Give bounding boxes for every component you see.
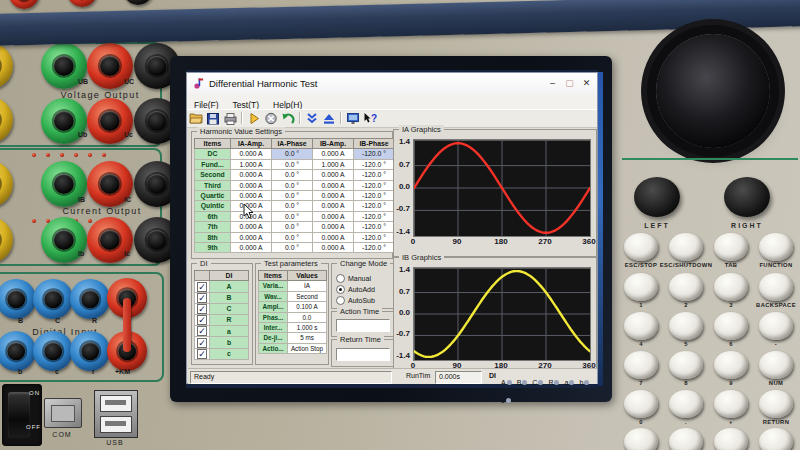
harmonic-item-cell[interactable]: 7th — [195, 222, 231, 232]
key-tab[interactable] — [714, 233, 748, 261]
harmonic-value-cell[interactable]: 0.0 ° — [272, 201, 313, 211]
harmonic-value-cell[interactable]: 0.0 ° — [272, 159, 313, 169]
key-.[interactable] — [669, 390, 703, 418]
tp-item-cell[interactable]: Actio... — [259, 343, 288, 353]
key-extra[interactable] — [624, 428, 658, 450]
key-6[interactable] — [714, 312, 748, 340]
tp-item-cell[interactable]: Ampl... — [259, 302, 288, 312]
harmonic-value-cell[interactable]: 0.0 ° — [272, 243, 313, 253]
key-3[interactable] — [714, 273, 748, 301]
tp-value-cell[interactable]: 1.000 s — [288, 323, 327, 333]
harmonic-value-cell[interactable]: 0.0 ° — [272, 170, 313, 180]
tp-value-cell[interactable]: Action Stop — [288, 343, 327, 353]
harmonic-item-cell[interactable]: Quartic — [195, 191, 231, 201]
top-edge-jack[interactable] — [9, 0, 39, 9]
di-checkbox-R[interactable]: ✓ — [197, 315, 207, 325]
harmonic-item-cell[interactable]: 6th — [195, 211, 231, 221]
harmonic-value-cell[interactable]: -120.0 ° — [354, 232, 395, 242]
key-extra[interactable] — [759, 428, 793, 450]
tp-value-cell[interactable]: 5 ms — [288, 333, 327, 343]
tp-item-cell[interactable]: Phas... — [259, 312, 288, 322]
harmonic-value-cell[interactable]: 1.000 A — [231, 159, 272, 169]
harmonic-value-cell[interactable]: 0.000 A — [313, 191, 354, 201]
di-check-cell[interactable]: ✓ — [195, 303, 210, 314]
harmonic-value-cell[interactable]: 0.000 A — [313, 211, 354, 221]
di-checkbox-C[interactable]: ✓ — [197, 304, 207, 314]
key-esc-stop[interactable] — [624, 233, 658, 261]
top-edge-jack[interactable] — [123, 0, 153, 5]
return-time-input[interactable] — [336, 348, 390, 361]
trackball[interactable] — [656, 34, 770, 148]
left-button[interactable] — [634, 177, 680, 217]
com-port[interactable] — [44, 398, 82, 428]
harmonic-value-cell[interactable]: 0.0 ° — [272, 149, 313, 159]
harmonic-value-cell[interactable]: 0.000 A — [231, 222, 272, 232]
test-parameters-table[interactable]: ItemsValuesVaria...IAWav...SecondAmpl...… — [258, 270, 327, 354]
key-5[interactable] — [669, 312, 703, 340]
harmonic-item-cell[interactable]: Second — [195, 170, 231, 180]
undo-icon[interactable] — [281, 111, 296, 124]
di-checkbox-a[interactable]: ✓ — [197, 326, 207, 336]
usb-port-top[interactable] — [100, 395, 132, 412]
key-7[interactable] — [624, 351, 658, 379]
di-check-cell[interactable]: ✓ — [195, 292, 210, 303]
harmonic-value-cell[interactable]: -120.0 ° — [354, 201, 395, 211]
harmonic-value-cell[interactable]: 0.000 A — [313, 222, 354, 232]
harmonic-value-cell[interactable]: 0.000 A — [313, 232, 354, 242]
monitor-icon[interactable] — [346, 111, 361, 124]
key-num[interactable] — [759, 351, 793, 379]
eject-icon[interactable] — [322, 111, 337, 124]
harmonic-value-cell[interactable]: 0.000 A — [313, 180, 354, 190]
harmonic-value-cell[interactable]: -120.0 ° — [354, 211, 395, 221]
tp-value-cell[interactable]: 0.100 A — [288, 302, 327, 312]
tp-item-cell[interactable]: Varia... — [259, 281, 288, 291]
key-4[interactable] — [624, 312, 658, 340]
tp-item-cell[interactable]: Wav... — [259, 291, 288, 301]
harmonic-value-cell[interactable]: 0.000 A — [231, 232, 272, 242]
harmonic-value-cell[interactable]: 0.000 A — [231, 191, 272, 201]
di-checkbox-B[interactable]: ✓ — [197, 293, 207, 303]
print-icon[interactable] — [223, 111, 238, 124]
harmonic-item-cell[interactable]: DC — [195, 149, 231, 159]
key-2[interactable] — [669, 273, 703, 301]
di-checkbox-b[interactable]: ✓ — [197, 338, 207, 348]
harmonic-value-cell[interactable]: 0.0 ° — [272, 232, 313, 242]
key-return[interactable] — [759, 390, 793, 418]
harmonic-value-cell[interactable]: -120.0 ° — [354, 222, 395, 232]
km-jumper[interactable] — [123, 298, 131, 352]
radio-option-manual[interactable]: Manual — [336, 269, 375, 280]
di-check-cell[interactable]: ✓ — [195, 315, 210, 326]
di-check-cell[interactable]: ✓ — [195, 348, 210, 359]
harmonic-value-cell[interactable]: 0.000 A — [231, 180, 272, 190]
tp-item-cell[interactable]: De-ji... — [259, 333, 288, 343]
key-0[interactable] — [624, 390, 658, 418]
key--[interactable] — [759, 312, 793, 340]
key-esc-shutdown[interactable] — [669, 233, 703, 261]
stop-icon[interactable] — [264, 111, 279, 124]
tp-value-cell[interactable]: 0.0 — [288, 312, 327, 322]
harmonic-value-cell[interactable]: -120.0 ° — [354, 191, 395, 201]
help-icon[interactable]: ? — [363, 111, 378, 124]
harmonic-value-cell[interactable]: 0.000 A — [313, 201, 354, 211]
harmonic-value-cell[interactable]: 0.0 ° — [272, 191, 313, 201]
action-time-input[interactable] — [336, 319, 390, 332]
key-backspace[interactable] — [759, 273, 793, 301]
usb-ports[interactable] — [94, 390, 138, 438]
harmonic-item-cell[interactable]: 9th — [195, 243, 231, 253]
key-extra[interactable] — [669, 428, 703, 450]
harmonic-value-cell[interactable]: 0.0 ° — [272, 180, 313, 190]
harmonic-item-cell[interactable]: 8th — [195, 232, 231, 242]
di-checkbox-c[interactable]: ✓ — [197, 349, 207, 359]
start-icon[interactable] — [247, 111, 262, 124]
harmonic-value-cell[interactable]: -120.0 ° — [354, 180, 395, 190]
radio-autosub[interactable] — [336, 296, 345, 305]
harmonic-value-cell[interactable]: 0.000 A — [313, 149, 354, 159]
minimize-button[interactable]: – — [545, 76, 560, 90]
maximize-button[interactable]: ▢ — [562, 76, 577, 90]
harmonic-value-cell[interactable]: 0.000 A — [313, 170, 354, 180]
harmonic-value-cell[interactable]: 0.0 ° — [272, 211, 313, 221]
title-bar[interactable]: Differential Harmonic Test – ▢ ✕ — [187, 73, 597, 95]
di-check-cell[interactable]: ✓ — [195, 337, 210, 348]
harmonic-item-cell[interactable]: Fund... — [195, 159, 231, 169]
power-switch[interactable]: ON OFF — [2, 384, 42, 446]
